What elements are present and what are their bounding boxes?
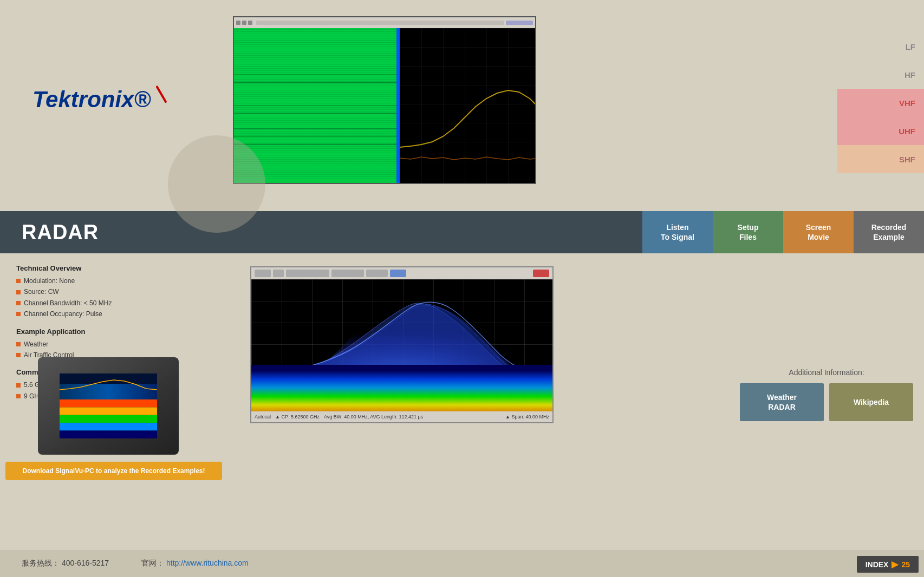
bullet-icon	[16, 342, 21, 346]
status-text-3: Avg BW: 40.00 MHz, AVG Length: 112.421 µ…	[324, 414, 423, 419]
list-item: Source: CW	[16, 286, 244, 297]
svg-rect-14	[60, 431, 157, 438]
bullet-icon	[16, 312, 21, 316]
spectrum-top	[251, 279, 552, 365]
main-spectrum-screenshot: Autocal ▲ CP: 5.62500 GHz Avg BW: 40.00 …	[250, 266, 554, 423]
example-application-title: Example Application	[16, 327, 244, 336]
additional-info: Additional Information: WeatherRADAR Wik…	[740, 368, 913, 421]
svg-rect-13	[60, 423, 157, 430]
screenshot-toolbar	[234, 17, 535, 28]
setup-files-button[interactable]: SetupFiles	[713, 211, 783, 253]
tektronix-logo: Tektronix®	[32, 87, 159, 113]
additional-info-buttons: WeatherRADAR Wikipedia	[740, 383, 913, 421]
index-button[interactable]: INDEX ▶ 25	[857, 556, 919, 573]
top-screenshot	[233, 16, 536, 184]
main-screenshot-display: Autocal ▲ CP: 5.62500 GHz Avg BW: 40.00 …	[251, 279, 552, 422]
bullet-icon	[16, 279, 21, 283]
banner: RADAR ListenTo Signal SetupFiles ScreenM…	[0, 211, 924, 253]
laptop-screen	[60, 373, 157, 438]
nav-tab-lf[interactable]: LF	[837, 32, 924, 61]
laptop-screen-top	[60, 373, 157, 399]
status-bar: Autocal ▲ CP: 5.62500 GHz Avg BW: 40.00 …	[251, 411, 552, 422]
status-text-2: ▲ CP: 5.62500 GHz	[275, 414, 320, 419]
index-arrow-icon: ▶	[892, 559, 898, 569]
svg-rect-10	[60, 399, 157, 407]
right-nav: LF HF VHF UHF SHF	[837, 32, 924, 230]
wikipedia-button[interactable]: Wikipedia	[829, 383, 913, 421]
logo-area: Tektronix®	[32, 87, 159, 113]
technical-overview-list: Modulation: None Source: CW Channel Band…	[16, 276, 244, 320]
footer-website: 官网： http://www.rituchina.com	[141, 559, 249, 568]
nav-tab-hf[interactable]: HF	[837, 61, 924, 89]
status-text-1: Autocal	[255, 414, 271, 419]
list-item: Channel Occupancy: Pulse	[16, 309, 244, 319]
spectral-display: Autocal ▲ CP: 5.62500 GHz Avg BW: 40.00 …	[251, 279, 552, 422]
technical-overview-title: Technical Overview	[16, 264, 244, 272]
main-screenshot-toolbar	[251, 267, 552, 279]
download-button-label: Download SignalVu-PC to analyze the Reco…	[23, 467, 205, 475]
index-label: INDEX	[866, 560, 889, 569]
registered-mark: ®	[134, 87, 151, 112]
watermark-circle	[168, 135, 265, 233]
status-text-4: ▲ Span: 40.00 MHz	[505, 414, 549, 419]
additional-info-title: Additional Information:	[740, 368, 913, 377]
bullet-icon	[16, 394, 21, 398]
download-button[interactable]: Download SignalVu-PC to analyze the Reco…	[5, 462, 222, 480]
list-item: Channel Bandwidth: < 50 MHz	[16, 298, 244, 309]
nav-tab-shf[interactable]: SHF	[837, 145, 924, 173]
index-page-number: 25	[901, 560, 910, 569]
screen-movie-button[interactable]: ScreenMovie	[783, 211, 854, 253]
laptop-screen-inner	[60, 399, 157, 438]
recorded-example-button[interactable]: RecordedExample	[854, 211, 924, 253]
bullet-icon	[16, 353, 21, 357]
screenshot-black-panel	[400, 28, 535, 183]
svg-rect-12	[60, 415, 157, 423]
banner-title: RADAR	[22, 221, 99, 244]
list-item: Modulation: None	[16, 276, 244, 286]
weather-radar-button[interactable]: WeatherRADAR	[740, 383, 824, 421]
svg-rect-11	[60, 407, 157, 415]
top-section: Tektronix®	[0, 0, 924, 211]
bullet-icon	[16, 383, 21, 388]
nav-tab-6[interactable]	[837, 173, 924, 201]
bullet-icon	[16, 290, 21, 294]
banner-buttons: ListenTo Signal SetupFiles ScreenMovie R…	[642, 211, 924, 253]
laptop-image	[38, 357, 179, 455]
list-item: Weather	[16, 339, 244, 350]
brand-name: Tektronix	[32, 87, 134, 112]
nav-tab-vhf[interactable]: VHF	[837, 89, 924, 117]
nav-tab-uhf[interactable]: UHF	[837, 117, 924, 145]
footer: 服务热线： 400-616-5217 官网： http://www.rituch…	[0, 550, 924, 577]
svg-rect-8	[60, 373, 157, 384]
svg-rect-7	[400, 28, 535, 183]
footer-phone: 服务热线： 400-616-5217	[22, 559, 109, 568]
bullet-icon	[16, 301, 21, 305]
listen-to-signal-button[interactable]: ListenTo Signal	[642, 211, 713, 253]
